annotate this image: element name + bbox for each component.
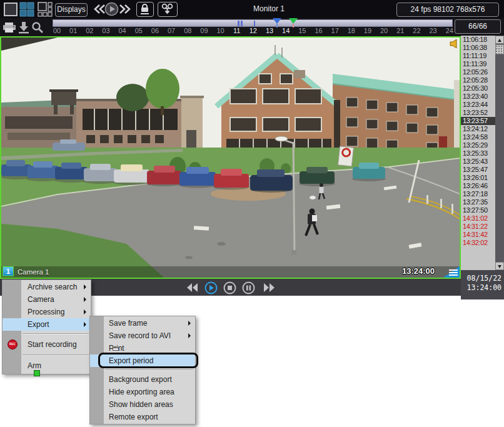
displays-button[interactable]: Displays: [55, 3, 88, 17]
timeline-track[interactable]: [53, 19, 453, 27]
menu-item-start-recording[interactable]: RECStart recording: [3, 337, 91, 352]
stop-button[interactable]: [223, 281, 236, 297]
submenu-item-remote-export[interactable]: Remote export: [90, 411, 195, 423]
camera-number-badge[interactable]: 1: [3, 266, 14, 276]
search-icon[interactable]: [31, 21, 44, 36]
stream-stats-badge: 24 fps 98102 768x576: [396, 3, 499, 17]
save-icon[interactable]: [18, 21, 30, 36]
timeline-hour-label: 08: [183, 27, 192, 34]
step-back-icon[interactable]: [94, 4, 105, 17]
submenu-item-show-hidden-areas[interactable]: Show hidden areas: [90, 398, 195, 411]
menu-item-label: Background export: [109, 375, 172, 384]
timeline-hour-label: 04: [118, 27, 127, 34]
fast-forward-button[interactable]: [263, 283, 276, 295]
menu-item-camera[interactable]: Camera: [3, 293, 91, 306]
event-list-item[interactable]: 13:24:12: [461, 125, 495, 133]
event-list-item[interactable]: 12:05:28: [461, 76, 495, 84]
quad-view-layout-icon[interactable]: [19, 2, 34, 17]
menu-item-arm[interactable]: Arm: [3, 358, 91, 373]
event-list-item[interactable]: 13:25:47: [461, 166, 495, 174]
timeline-position-flag-blue[interactable]: [273, 18, 281, 24]
rewind-button[interactable]: [186, 283, 199, 295]
record-counter: 66/66: [455, 19, 501, 34]
submenu-arrow-icon: [188, 321, 191, 326]
submenu-item-hide-exporting-area[interactable]: Hide exporting area: [90, 386, 195, 398]
pause-button[interactable]: [242, 281, 255, 297]
menu-item-archive-search[interactable]: Archive search: [3, 281, 91, 293]
video-scene: [1, 38, 460, 278]
scroll-down-icon[interactable]: [495, 262, 504, 270]
event-list-item[interactable]: 11:11:39: [461, 60, 495, 68]
timeline-hour-label: 00: [53, 27, 61, 34]
event-list-item[interactable]: 14:31:42: [461, 231, 495, 239]
menu-item-label: Start recording: [28, 340, 77, 349]
event-list-item[interactable]: 11:11:19: [461, 52, 495, 60]
timeline-hour-label: 13: [265, 27, 274, 34]
event-list-item[interactable]: 14:31:22: [461, 223, 495, 231]
submenu-item-save-record-to-avi[interactable]: Save record to AVI: [90, 329, 195, 342]
timeline-hour-label: 12: [249, 27, 258, 34]
event-list-scrollbar[interactable]: [495, 36, 504, 270]
event-list-item[interactable]: 13:25:29: [461, 141, 495, 149]
menu-item-export[interactable]: Export: [3, 318, 91, 331]
menu-item-label: Arm: [28, 361, 41, 370]
menu-item-label: Processing: [28, 308, 64, 316]
event-list-item[interactable]: 13:27:18: [461, 190, 495, 198]
event-list-item[interactable]: 13:27:50: [461, 206, 495, 214]
event-list-item[interactable]: 13:26:46: [461, 182, 495, 190]
timeline-hour-label: 14: [281, 27, 290, 34]
timeline-hour-label: 24: [445, 27, 454, 34]
event-list-item[interactable]: 13:23:57: [461, 117, 495, 125]
event-list-item[interactable]: 13:23:40: [461, 93, 495, 101]
timeline-mark-flag-green[interactable]: [289, 18, 298, 24]
timeline-hour-label: 11: [233, 27, 241, 34]
play-mode-icon[interactable]: [104, 2, 119, 19]
event-list-item[interactable]: 14:31:02: [461, 214, 495, 223]
submenu-item-save-frame[interactable]: Save frame: [90, 317, 195, 329]
timeline-hour-label: 21: [396, 27, 405, 34]
event-list-item[interactable]: 12:05:30: [461, 84, 495, 93]
submenu-item-print[interactable]: Print: [90, 342, 195, 354]
camera-video-view[interactable]: 1 Camera 1 13:24:00: [0, 36, 461, 279]
timeline-pause-marker: [241, 21, 243, 26]
menu-item-label: Show hidden areas: [109, 400, 173, 409]
event-list-item[interactable]: 13:23:52: [461, 109, 495, 117]
submenu-arrow-icon: [84, 322, 86, 327]
event-list: 11:06:1811:06:3811:11:1911:11:3912:05:26…: [461, 36, 495, 270]
event-list-item[interactable]: 13:23:44: [461, 101, 495, 109]
print-icon[interactable]: [3, 21, 17, 36]
menu-separator: [23, 333, 89, 334]
video-osd-band: [1, 266, 460, 278]
timeline-hour-label: 20: [380, 27, 388, 34]
event-list-item[interactable]: 13:25:43: [461, 158, 495, 166]
export-submenu: Save frameSave record to AVIPrintExport …: [89, 316, 196, 424]
event-list-item[interactable]: 13:26:01: [461, 174, 495, 182]
video-timestamp-overlay: 13:24:00: [402, 266, 435, 276]
single-view-layout-icon[interactable]: [3, 2, 18, 17]
step-forward-icon[interactable]: [119, 4, 131, 17]
hamburger-icon: [449, 269, 458, 276]
film-export-icon: [158, 3, 176, 16]
event-list-item[interactable]: 14:32:02: [461, 239, 495, 247]
timeline-hour-label: 16: [315, 27, 323, 34]
timeline-hours: 0001020304050607080910111213141516171819…: [53, 27, 454, 34]
submenu-arrow-icon: [84, 309, 86, 314]
event-list-item[interactable]: 13:24:58: [461, 133, 495, 141]
export-clip-button[interactable]: [158, 2, 178, 17]
event-list-item[interactable]: 13:25:33: [461, 149, 495, 158]
menu-item-processing[interactable]: Processing: [3, 306, 91, 318]
menu-item-label: Export period: [109, 356, 153, 365]
timeline-hour-label: 06: [151, 27, 159, 34]
timeline-toolbar: 0001020304050607080910111213141516171819…: [0, 18, 504, 36]
submenu-item-background-export[interactable]: Background export: [90, 373, 195, 386]
lock-button[interactable]: [136, 2, 154, 17]
play-button[interactable]: [204, 281, 218, 297]
event-list-item[interactable]: 13:27:35: [461, 198, 495, 206]
scrollbar-handle[interactable]: [495, 44, 504, 54]
event-list-item[interactable]: 12:05:26: [461, 68, 495, 76]
mixed-view-layout-icon[interactable]: [38, 2, 53, 17]
event-list-item[interactable]: 11:06:38: [461, 44, 495, 52]
scroll-up-icon[interactable]: [495, 36, 504, 44]
submenu-item-export-period[interactable]: Export period: [90, 354, 195, 367]
event-list-item[interactable]: 11:06:18: [461, 36, 495, 44]
